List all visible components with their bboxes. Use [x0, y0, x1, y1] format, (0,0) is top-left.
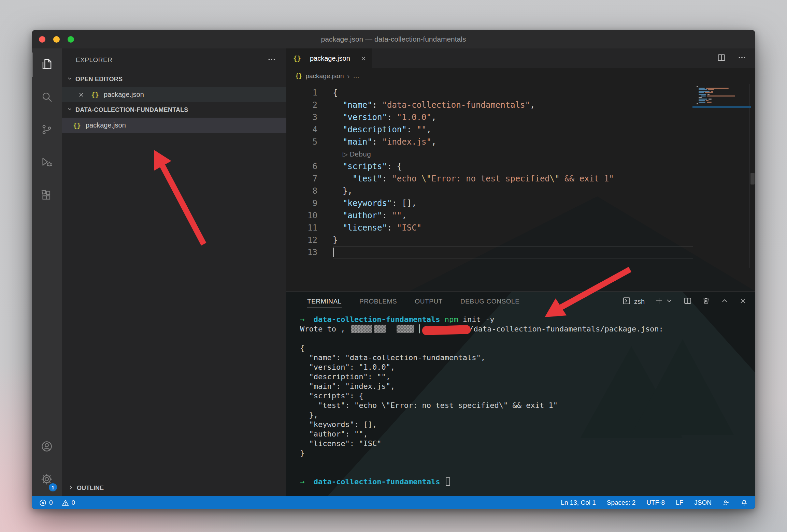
feedback-icon: [722, 499, 730, 506]
terminal-line: "test": "echo \"Error: no test specified…: [300, 401, 755, 410]
statusbar-warning[interactable]: 0: [62, 499, 75, 506]
shell-selector[interactable]: zsh: [623, 297, 645, 306]
close-tab-icon[interactable]: [360, 56, 366, 61]
kill-terminal-icon[interactable]: [702, 297, 710, 306]
minimap[interactable]: [696, 86, 750, 105]
statusbar-error[interactable]: 0: [39, 499, 53, 506]
open-editor-package-json[interactable]: {} package.json: [62, 87, 286, 102]
files-icon: [40, 58, 53, 72]
codelens-debug[interactable]: ▷ Debug: [286, 148, 755, 160]
editor-cursor: [333, 248, 334, 257]
terminal-prompt-icon: [623, 297, 631, 306]
outline-section[interactable]: OUTLINE: [62, 480, 286, 496]
statusbar-lf[interactable]: LF: [676, 499, 683, 506]
extensions-icon: [40, 189, 53, 203]
status-bar: 00 Ln 13, Col 1Spaces: 2UTF-8LFJSON: [32, 496, 755, 509]
editor-more-actions-icon[interactable]: [738, 53, 746, 63]
new-terminal-icon[interactable]: [655, 297, 663, 306]
terminal-output[interactable]: → data-collection-fundamentals npm init …: [286, 311, 755, 487]
statusbar-spaces-2[interactable]: Spaces: 2: [607, 499, 636, 506]
activity-settings[interactable]: 1: [32, 463, 62, 496]
panel-header: TERMINALPROBLEMSOUTPUTDEBUG CONSOLE zsh: [286, 292, 755, 311]
statusbar-bell[interactable]: [741, 499, 748, 506]
red-marker-redaction: [422, 325, 471, 335]
activity-run-debug[interactable]: [32, 147, 62, 179]
line-number: 11: [286, 222, 317, 234]
code-line: 3 "version": "1.0.0",: [286, 111, 755, 123]
activity-extensions[interactable]: [32, 179, 62, 212]
chevron-down-icon: [67, 106, 73, 114]
code-line: 4 "description": "",: [286, 123, 755, 136]
panel-tab-terminal[interactable]: TERMINAL: [307, 292, 342, 311]
statusbar-json[interactable]: JSON: [694, 499, 712, 506]
explorer-sidebar: EXPLORER OPEN EDITORS {} package.json DA…: [62, 48, 286, 496]
terminal-line: },: [300, 410, 755, 420]
activity-source-control[interactable]: [32, 114, 62, 147]
code-editor[interactable]: 1{2 "name": "data-collection-fundamental…: [286, 84, 755, 291]
file-name: package.json: [104, 91, 144, 99]
explorer-more-actions-icon[interactable]: [267, 55, 276, 65]
minimize-window-button[interactable]: [53, 36, 60, 43]
split-terminal-icon[interactable]: [684, 297, 692, 306]
json-file-icon: {}: [91, 91, 99, 99]
redacted-mosaic: [351, 325, 372, 333]
zoom-window-button[interactable]: [68, 36, 74, 43]
chevron-down-icon: [67, 75, 73, 83]
open-editors-section[interactable]: OPEN EDITORS: [62, 72, 286, 87]
warning-icon: [62, 499, 69, 506]
editor-tab-bar: {} package.json: [286, 48, 755, 68]
breadcrumb-file[interactable]: package.json: [305, 72, 344, 80]
breadcrumb[interactable]: {} package.json › …: [286, 68, 755, 84]
code-lines: 1{2 "name": "data-collection-fundamental…: [286, 87, 755, 258]
editor-scrollbar-thumb[interactable]: [750, 173, 755, 184]
redacted-mosaic: [397, 325, 414, 333]
desktop: { "window": { "title": "package.json — d…: [0, 0, 787, 532]
terminal-line: "keywords": [],: [300, 420, 755, 429]
line-number: 2: [286, 99, 317, 111]
run-debug-icon: [40, 156, 53, 170]
terminal-line: "license": "ISC": [300, 439, 755, 448]
folder-section[interactable]: DATA-COLLECTION-FUNDAMENTALS: [62, 102, 286, 118]
search-icon: [40, 90, 53, 105]
close-editor-icon[interactable]: [78, 92, 84, 98]
terminal-line: [300, 458, 755, 468]
terminal-line: "name": "data-collection-fundamentals",: [300, 353, 755, 363]
json-file-icon: {}: [73, 122, 81, 129]
tab-package-json[interactable]: {} package.json: [286, 48, 372, 68]
line-number: 7: [286, 173, 317, 185]
terminal-cursor: [446, 477, 450, 486]
statusbar-feedback[interactable]: [722, 499, 730, 506]
activity-bar: 1: [32, 48, 62, 496]
account-icon: [40, 440, 53, 454]
code-line: 11 "license": "ISC": [286, 222, 755, 234]
close-window-button[interactable]: [39, 36, 45, 43]
line-number: 1: [286, 87, 317, 99]
terminal-profiles-chevron-icon[interactable]: [665, 297, 673, 306]
code-line: 2 "name": "data-collection-fundamentals"…: [286, 99, 755, 111]
line-number: 5: [286, 136, 317, 148]
activity-search[interactable]: [32, 81, 62, 114]
panel-tab-problems[interactable]: PROBLEMS: [359, 292, 397, 311]
terminal-line: → data-collection-fundamentals: [300, 477, 755, 487]
activity-explorer[interactable]: [32, 48, 62, 81]
terminal-line: → data-collection-fundamentals npm init …: [300, 315, 755, 324]
code-line: 7 "test": "echo \"Error: no test specifi…: [286, 173, 755, 185]
close-panel-icon[interactable]: [739, 297, 747, 306]
title-bar[interactable]: package.json — data-collection-fundament…: [32, 30, 755, 48]
panel-tab-debug-console[interactable]: DEBUG CONSOLE: [460, 292, 520, 311]
statusbar-utf-8[interactable]: UTF-8: [646, 499, 665, 506]
split-editor-icon[interactable]: [717, 53, 726, 63]
breadcrumb-tail[interactable]: …: [353, 72, 359, 80]
sidebar-title: EXPLORER: [76, 56, 112, 64]
json-file-icon: {}: [293, 55, 301, 62]
maximize-panel-icon[interactable]: [720, 297, 729, 306]
statusbar-ln-13-col-1[interactable]: Ln 13, Col 1: [561, 499, 596, 506]
tree-item-package-json[interactable]: {} package.json: [62, 118, 286, 133]
terminal-line: "description": "",: [300, 372, 755, 382]
panel-tab-output[interactable]: OUTPUT: [415, 292, 443, 311]
line-number: 12: [286, 234, 317, 246]
file-name: package.json: [86, 121, 126, 129]
terminal-line: "version": "1.0.0",: [300, 363, 755, 372]
vscode-window: package.json — data-collection-fundament…: [32, 30, 755, 509]
activity-account[interactable]: [32, 431, 62, 463]
